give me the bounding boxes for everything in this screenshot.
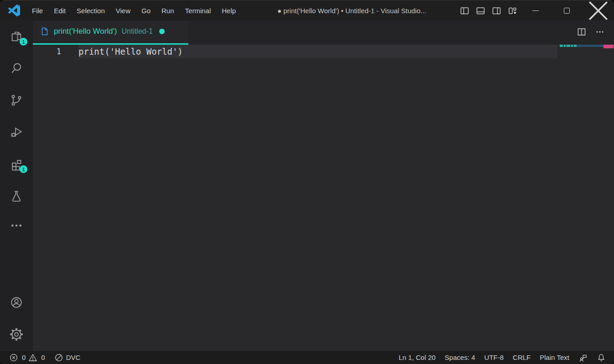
menu-bar: File Edit Selection View Go Run Terminal… <box>26 0 241 21</box>
toggle-primary-sidebar-icon[interactable] <box>460 6 469 15</box>
vscode-window: File Edit Selection View Go Run Terminal… <box>0 0 614 364</box>
line-number: 1 <box>33 45 78 58</box>
encoding[interactable]: UTF-8 <box>480 351 509 364</box>
layout-controls <box>460 0 517 21</box>
split-editor-icon[interactable] <box>577 27 587 37</box>
account-button[interactable] <box>0 287 33 318</box>
editor-code-area[interactable]: 1 print('Hello World') <box>33 45 614 350</box>
feedback-icon <box>578 353 588 362</box>
gear-icon <box>10 328 23 341</box>
warnings-icon <box>28 353 37 362</box>
close-icon[interactable] <box>583 0 614 21</box>
warnings-count: 0 <box>41 354 45 361</box>
sidebar-item-search[interactable] <box>0 52 33 84</box>
menu-go[interactable]: Go <box>136 0 156 21</box>
extensions-badge: 1 <box>20 165 27 173</box>
sidebar-item-testing[interactable] <box>0 180 33 212</box>
tab-dirty-indicator[interactable] <box>159 29 165 34</box>
sidebar-item-run-debug[interactable] <box>0 116 33 148</box>
vscode-logo-icon <box>8 5 20 16</box>
explorer-files-icon: 1 <box>10 30 23 43</box>
account-icon <box>10 296 23 309</box>
run-and-debug-icon <box>10 125 23 139</box>
bell-icon <box>597 353 606 362</box>
activity-bar-more[interactable] <box>0 212 33 239</box>
cursor-position[interactable]: Ln 1, Col 20 <box>394 351 440 364</box>
title-bar: File Edit Selection View Go Run Terminal… <box>0 0 614 21</box>
tab-untitled-1[interactable]: print('Hello World') Untitled-1 <box>33 21 188 45</box>
menu-run[interactable]: Run <box>156 0 180 21</box>
explorer-badge: 1 <box>20 38 27 46</box>
toggle-secondary-sidebar-icon[interactable] <box>492 6 501 15</box>
more-actions-icon[interactable] <box>595 27 605 37</box>
menu-edit[interactable]: Edit <box>48 0 71 21</box>
source-control-branch-icon <box>10 93 23 107</box>
language-mode[interactable]: Plain Text <box>535 351 574 364</box>
toggle-panel-icon[interactable] <box>476 6 485 15</box>
tab-strip: print('Hello World') Untitled-1 <box>33 21 614 45</box>
overview-ruler-mark <box>604 45 614 48</box>
status-bar: 0 0 DVC Ln 1, Col 20 Spaces: 4 UTF-8 CRL… <box>0 350 614 364</box>
window-controls <box>520 0 614 21</box>
testing-flask-icon <box>10 189 23 203</box>
editor-actions <box>577 21 614 43</box>
menu-selection[interactable]: Selection <box>71 0 110 21</box>
file-icon <box>40 27 49 36</box>
sidebar-item-explorer[interactable]: 1 <box>0 21 33 52</box>
indentation-label: Spaces: 4 <box>445 354 475 361</box>
search-icon <box>10 62 23 75</box>
dvc-status[interactable]: DVC <box>50 351 85 364</box>
menu-view[interactable]: View <box>110 0 136 21</box>
encoding-label: UTF-8 <box>484 354 504 361</box>
menu-terminal[interactable]: Terminal <box>180 0 217 21</box>
cursor-position-label: Ln 1, Col 20 <box>399 354 436 361</box>
dvc-label: DVC <box>66 354 81 361</box>
customize-layout-icon[interactable] <box>508 6 517 15</box>
window-title: ● print('Hello World') • Untitled-1 - Vi… <box>277 0 426 21</box>
extensions-icon: 1 <box>10 157 23 171</box>
maximize-icon[interactable] <box>551 0 583 21</box>
sidebar-item-extensions[interactable]: 1 <box>0 148 33 180</box>
sidebar-item-source-control[interactable] <box>0 84 33 116</box>
tab-description: Untitled-1 <box>121 27 152 36</box>
activity-bar: 1 <box>0 21 33 350</box>
blocked-icon <box>54 353 63 362</box>
notifications-button[interactable] <box>592 351 610 364</box>
eol-label: CRLF <box>513 354 531 361</box>
menu-file[interactable]: File <box>26 0 48 21</box>
ellipsis-icon <box>10 219 23 232</box>
minimap[interactable] <box>557 45 614 350</box>
problems-status[interactable]: 0 0 <box>5 351 50 364</box>
minimap-text-marks <box>560 45 577 47</box>
menu-help[interactable]: Help <box>216 0 241 21</box>
errors-count: 0 <box>22 354 26 361</box>
feedback-button[interactable] <box>574 351 592 364</box>
code-line: 1 print('Hello World') <box>33 45 614 58</box>
tab-label: print('Hello World') <box>54 27 117 36</box>
indentation[interactable]: Spaces: 4 <box>440 351 480 364</box>
minimize-icon[interactable] <box>520 0 551 21</box>
eol-sequence[interactable]: CRLF <box>508 351 535 364</box>
language-label: Plain Text <box>540 354 569 361</box>
settings-button[interactable] <box>0 318 33 350</box>
code-text: print('Hello World') <box>78 45 183 58</box>
errors-icon <box>9 353 18 362</box>
